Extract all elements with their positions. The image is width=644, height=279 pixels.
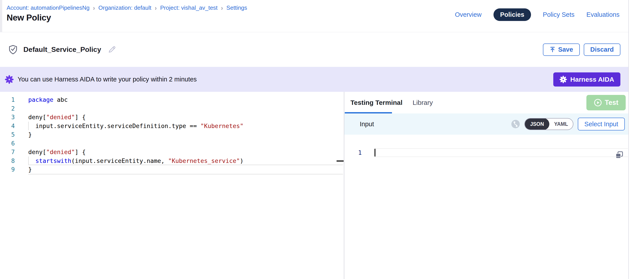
harness-aida-button[interactable]: Harness AIDA [553,72,620,86]
input-line-content [375,148,628,157]
breadcrumb-link[interactable]: Project: vishal_av_test [160,4,218,11]
input-editor[interactable]: 1 [344,148,628,279]
line-number: 4 [0,122,15,130]
select-input-button[interactable]: Select Input [578,118,625,130]
input-source-icon[interactable] [511,120,520,128]
save-label: Save [558,46,573,53]
line-number: 5 [0,130,15,139]
page-header: Account: automationPipelinesNg›Organizat… [0,0,628,32]
test-label: Test [605,99,618,106]
indent-guide [28,122,29,130]
upload-icon [550,46,556,52]
tab-evaluations[interactable]: Evaluations [586,11,620,18]
terminal-tab-library[interactable]: Library [413,99,433,106]
text-cursor [374,149,376,156]
line-number: 9 [0,165,15,174]
line-number: 2 [0,104,15,113]
breadcrumb-separator: › [155,4,157,12]
format-option-yaml[interactable]: YAML [549,118,573,130]
code-line-8: 8 startswith(input.serviceEntity.name, "… [0,156,344,165]
discard-button[interactable]: Discard [584,44,620,56]
breadcrumb-link[interactable]: Settings [226,4,247,11]
code-lines: 1package abc23deny["denied"] {4 input.se… [0,95,344,174]
aida-button-flower-icon [560,76,567,83]
active-tab-underline [345,112,392,114]
code-line-1: 1package abc [0,95,344,104]
test-button[interactable]: Test [586,95,626,110]
line-number: 6 [0,139,15,148]
play-circle-icon [594,98,602,107]
input-line-number: 1 [344,148,362,157]
input-header-bar: Input JSONYAML Select Input [344,114,628,135]
overview-ruler-cursor-mark [336,160,344,162]
main-split: 1package abc23deny["denied"] {4 input.se… [0,92,628,279]
policy-toolbar: Default_Service_Policy Save Discard [0,32,628,67]
code-line-5: 5} [0,130,344,139]
aida-button-label: Harness AIDA [570,76,614,83]
content-area: Account: automationPipelinesNg›Organizat… [0,0,629,279]
line-number: 3 [0,113,15,122]
page-title: New Policy [6,13,51,22]
policy-name: Default_Service_Policy [24,46,101,54]
aida-banner: You can use Harness AIDA to write your p… [0,67,628,92]
breadcrumb: Account: automationPipelinesNg›Organizat… [6,4,247,11]
code-line-7: 7deny["denied"] { [0,148,344,156]
current-line-highlight [28,165,343,174]
window-edge [0,0,2,32]
indent-guide [28,156,29,165]
terminal-tabbar: Testing TerminalLibrary Test [344,92,628,114]
line-number: 1 [0,95,15,104]
code-line-2: 2 [0,104,344,113]
format-option-json[interactable]: JSON [525,118,549,130]
breadcrumb-link[interactable]: Account: automationPipelinesNg [6,4,90,11]
testing-panel: Testing TerminalLibrary Test Input [344,92,628,279]
policy-editor-page: Account: automationPipelinesNg›Organizat… [0,0,644,279]
format-toggle: JSONYAML [524,118,574,130]
discard-label: Discard [590,46,614,53]
input-label: Input [360,120,374,128]
governance-tabs: OverviewPoliciesPolicy SetsEvaluations [455,8,620,21]
code-line-3: 3deny["denied"] { [0,113,344,122]
breadcrumb-separator: › [221,4,223,12]
terminal-tabs: Testing TerminalLibrary [350,99,433,106]
tab-overview[interactable]: Overview [455,11,482,18]
tab-policy-sets[interactable]: Policy Sets [543,11,574,18]
code-line-9: 9} [0,165,344,174]
code-line-4: 4 input.serviceEntity.serviceDefinition.… [0,122,344,130]
policy-code-editor[interactable]: 1package abc23deny["denied"] {4 input.se… [0,92,344,279]
code-line-6: 6 [0,139,344,148]
breadcrumb-separator: › [93,4,95,12]
line-number: 7 [0,148,15,156]
terminal-tab-testing-terminal[interactable]: Testing Terminal [350,99,402,106]
line-number: 8 [0,156,15,165]
tab-policies[interactable]: Policies [494,8,531,21]
aida-banner-text: You can use Harness AIDA to write your p… [18,76,197,83]
breadcrumb-link[interactable]: Organization: default [98,4,152,11]
input-editor-line: 1 [344,148,628,157]
save-button[interactable]: Save [543,44,580,56]
edit-name-icon[interactable] [108,46,116,54]
aida-flower-icon [5,75,14,84]
shield-check-icon [9,45,17,54]
